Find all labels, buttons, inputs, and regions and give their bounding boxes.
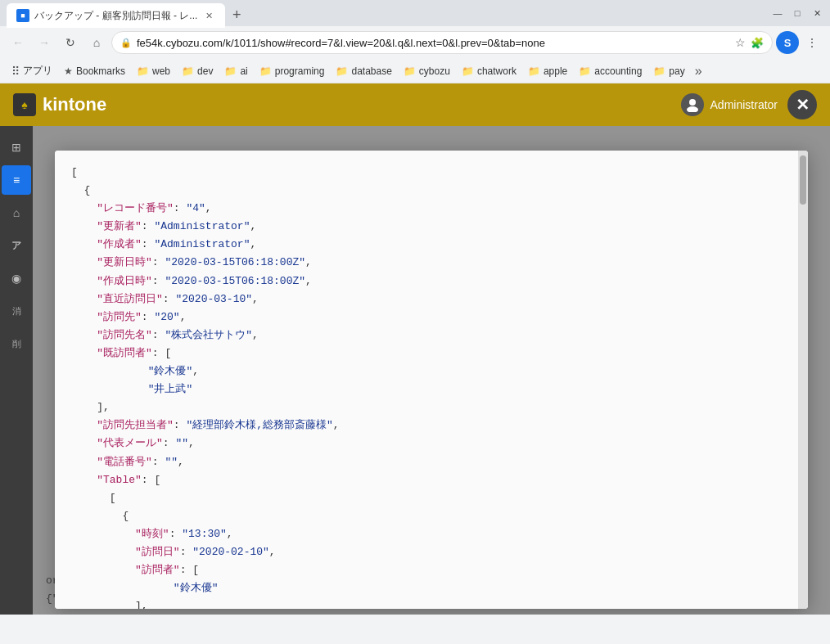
bookmark-label: accounting bbox=[594, 65, 642, 77]
menu-button[interactable]: ⋮ bbox=[801, 31, 823, 54]
folder-icon: 📁 bbox=[528, 65, 540, 77]
sidebar-item-box[interactable]: 削 bbox=[2, 329, 31, 358]
bookmark-database[interactable]: 📁 database bbox=[331, 64, 396, 79]
forward-button[interactable]: → bbox=[33, 31, 56, 54]
bookmark-label: apple bbox=[544, 65, 567, 77]
bookmark-bookmarks[interactable]: ★ Bookmarks bbox=[59, 64, 130, 79]
bookmark-label: web bbox=[152, 65, 170, 77]
bookmark-label: Bookmarks bbox=[76, 65, 125, 77]
scrollbar-thumb[interactable] bbox=[800, 155, 806, 205]
window-controls: — □ ✕ bbox=[771, 7, 823, 20]
svg-point-1 bbox=[687, 106, 698, 112]
folder-icon: 📁 bbox=[259, 65, 272, 77]
bookmark-label: database bbox=[351, 65, 391, 77]
modal-header-close-button[interactable]: ✕ bbox=[787, 90, 817, 119]
folder-icon: 📁 bbox=[653, 65, 665, 77]
star-icon: ★ bbox=[64, 65, 73, 77]
json-modal: [ { "レコード番号": "4", "更新者": "Administrator… bbox=[55, 151, 808, 609]
lock-icon: 🔒 bbox=[120, 38, 132, 48]
tab-close-button[interactable]: ✕ bbox=[202, 9, 215, 22]
bookmark-label: chatwork bbox=[477, 65, 516, 77]
profile-avatar[interactable]: S bbox=[776, 31, 799, 54]
bookmark-label: ai bbox=[240, 65, 247, 77]
tab-favicon: ■ bbox=[16, 9, 29, 22]
sidebar: ⊞ ≡ ⌂ ア ◉ 消 削 bbox=[0, 126, 33, 615]
modal-scrollbar-container: [ { "レコード番号": "4", "更新者": "Administrator… bbox=[55, 151, 808, 609]
content-area: ⊞ ≡ ⌂ ア ◉ 消 削 or"}},{"作成者": {"type":"CRE… bbox=[0, 126, 830, 615]
close-window-button[interactable]: ✕ bbox=[810, 7, 823, 20]
app-container: ♠ kintone Administrator ✕ ⊞ ≡ ⌂ ア bbox=[0, 83, 830, 615]
kintone-logo-text: kintone bbox=[43, 94, 106, 115]
sidebar-item-delete[interactable]: 消 bbox=[2, 296, 31, 326]
bookmark-chatwork[interactable]: 📁 chatwork bbox=[457, 64, 521, 79]
admin-user: Administrator bbox=[681, 93, 778, 116]
url-bar[interactable]: 🔒 fe54k.cybozu.com/k/1011/show#record=7&… bbox=[111, 31, 773, 54]
kintone-header: ♠ kintone Administrator ✕ bbox=[0, 83, 830, 126]
bookmark-ai[interactable]: 📁 ai bbox=[219, 64, 252, 79]
address-bar: ← → ↻ ⌂ 🔒 fe54k.cybozu.com/k/1011/show#r… bbox=[0, 26, 830, 59]
back-button[interactable]: ← bbox=[7, 31, 29, 54]
bookmark-star-icon[interactable]: ☆ bbox=[735, 36, 746, 49]
bookmark-apple[interactable]: 📁 apple bbox=[523, 64, 572, 79]
folder-icon: 📁 bbox=[462, 65, 474, 77]
toolbar-icons: S ⋮ bbox=[776, 31, 823, 54]
bookmark-pay[interactable]: 📁 pay bbox=[648, 64, 689, 79]
bookmark-web[interactable]: 📁 web bbox=[132, 64, 175, 79]
active-tab[interactable]: ■ バックアップ - 顧客別訪問日報 - レ... ✕ bbox=[7, 3, 225, 28]
bookmark-cybozu[interactable]: 📁 cybozu bbox=[399, 64, 455, 79]
kintone-logo: ♠ kintone bbox=[13, 93, 106, 116]
new-tab-button[interactable]: + bbox=[225, 3, 248, 26]
url-text: fe54k.cybozu.com/k/1011/show#record=7&l.… bbox=[137, 37, 730, 49]
svg-point-0 bbox=[689, 99, 696, 106]
sidebar-item-circle[interactable]: ◉ bbox=[2, 263, 31, 293]
maximize-button[interactable]: □ bbox=[791, 7, 804, 20]
kintone-header-right: Administrator ✕ bbox=[681, 90, 817, 119]
bookmark-label: pay bbox=[669, 65, 684, 77]
modal-json-content[interactable]: [ { "レコード番号": "4", "更新者": "Administrator… bbox=[55, 151, 798, 609]
bookmarks-more-button[interactable]: » bbox=[692, 64, 706, 79]
bookmark-label: programing bbox=[275, 65, 325, 77]
home-button[interactable]: ⌂ bbox=[85, 31, 108, 54]
bookmark-accounting[interactable]: 📁 accounting bbox=[574, 64, 647, 79]
bookmark-label: dev bbox=[197, 65, 213, 77]
modal-scrollbar[interactable] bbox=[798, 151, 808, 609]
bookmark-programing[interactable]: 📁 programing bbox=[255, 64, 330, 79]
bookmark-dev[interactable]: 📁 dev bbox=[177, 64, 218, 79]
folder-icon: 📁 bbox=[182, 65, 194, 77]
main-area: or"}},{"作成者": {"type":"CREATOR", [ { "レコ… bbox=[33, 126, 830, 615]
sidebar-item-a[interactable]: ア bbox=[2, 231, 31, 260]
minimize-button[interactable]: — bbox=[771, 7, 784, 20]
bookmarks-bar: ⠿ アプリ ★ Bookmarks 📁 web 📁 dev 📁 ai 📁 pro… bbox=[0, 59, 830, 83]
apps-label: アプリ bbox=[23, 64, 52, 78]
modal-overlay: [ { "レコード番号": "4", "更新者": "Administrator… bbox=[33, 126, 830, 615]
kintone-logo-icon: ♠ bbox=[13, 93, 36, 116]
sidebar-item-grid[interactable]: ⊞ bbox=[2, 133, 31, 162]
bookmark-label: cybozu bbox=[419, 65, 450, 77]
apps-grid-icon: ⠿ bbox=[11, 65, 20, 78]
refresh-button[interactable]: ↻ bbox=[59, 31, 82, 54]
folder-icon: 📁 bbox=[336, 65, 348, 77]
extensions-icon[interactable]: 🧩 bbox=[751, 37, 764, 49]
admin-avatar bbox=[681, 93, 704, 116]
sidebar-item-list[interactable]: ≡ bbox=[2, 165, 31, 195]
title-bar: ■ バックアップ - 顧客別訪問日報 - レ... ✕ + — □ ✕ bbox=[0, 0, 830, 26]
apps-button[interactable]: ⠿ アプリ bbox=[7, 62, 57, 79]
folder-icon: 📁 bbox=[224, 65, 237, 77]
folder-icon: 📁 bbox=[579, 65, 591, 77]
sidebar-item-home[interactable]: ⌂ bbox=[2, 198, 31, 227]
tab-title: バックアップ - 顧客別訪問日報 - レ... bbox=[34, 9, 197, 23]
json-pre: [ { "レコード番号": "4", "更新者": "Administrator… bbox=[71, 164, 782, 609]
admin-name: Administrator bbox=[710, 98, 778, 111]
folder-icon: 📁 bbox=[137, 65, 149, 77]
folder-icon: 📁 bbox=[404, 65, 416, 77]
